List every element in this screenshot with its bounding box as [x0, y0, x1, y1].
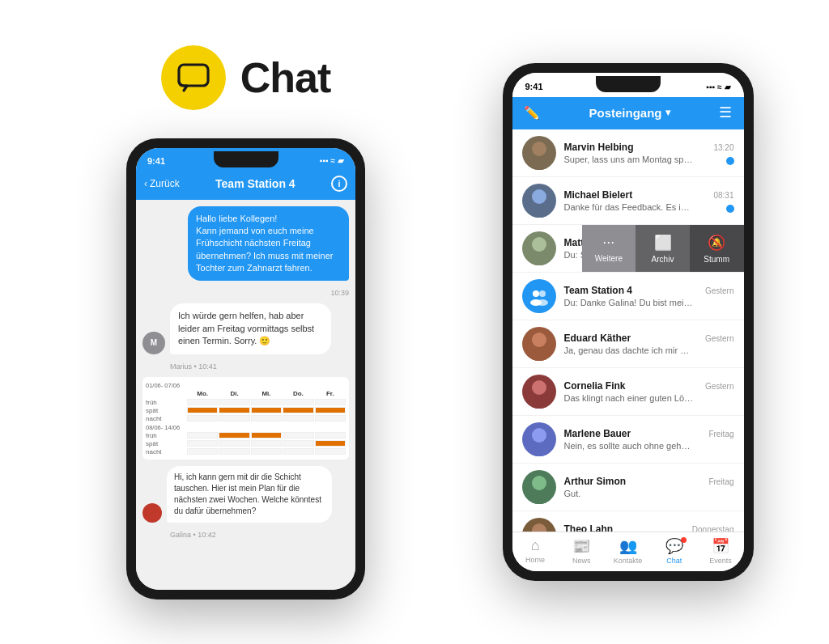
- phone-notch-right: [596, 76, 661, 92]
- week-1-label: 01/06- 07/06: [146, 382, 346, 389]
- contact-info-eduard: Eduard Käther Gestern Ja, genau das dach…: [564, 333, 734, 355]
- avatar-marvin: [522, 136, 556, 170]
- chevron-down-icon: ▾: [665, 107, 670, 118]
- signal-icon-right: ▪▪▪: [706, 83, 715, 91]
- nav-chat[interactable]: 💬 Chat: [651, 537, 697, 565]
- contact-item-eduard[interactable]: Eduard Käther Gestern Ja, genau das dach…: [512, 320, 744, 368]
- header-do: Do.: [283, 390, 313, 397]
- status-icons-left: ▪▪▪ ≈ ▰: [320, 156, 344, 165]
- contact-info-marlene: Marlene Bauer Freitag Nein, es sollte au…: [564, 428, 734, 451]
- avatar-matthias: [522, 231, 556, 265]
- contact-info-cornelia: Cornelia Fink Gestern Das klingt nach ei…: [564, 380, 734, 403]
- cell-nacht-mi-2: [251, 448, 282, 455]
- contact-preview-teamstation: Du: Danke Galina! Du bist mein Heldin! I…: [564, 298, 694, 307]
- contact-top-arthur: Arthur Simon Freitag: [564, 476, 734, 487]
- unread-dot-marvin: [726, 157, 734, 165]
- menu-icon[interactable]: ☰: [719, 104, 732, 121]
- cell-fruh-mo-1: [187, 399, 218, 405]
- contact-item-michael[interactable]: Michael Bielert 08:31 Danke für das Feed…: [512, 177, 744, 225]
- chat-badge-dot: [681, 537, 687, 543]
- cell-nacht-fr-1: [315, 415, 346, 422]
- avatar-cornelia: [522, 375, 556, 409]
- contact-top-marvin: Marvin Helbing 13:20: [564, 142, 734, 153]
- cell-spat-mo-1: [187, 407, 218, 413]
- cell-spat-mo-2: [187, 440, 218, 447]
- contact-top-cornelia: Cornelia Fink Gestern: [564, 380, 734, 392]
- wifi-icon: ≈: [331, 156, 336, 165]
- header-icons-right: ☰: [719, 104, 732, 121]
- unread-dot-michael: [726, 205, 734, 213]
- contact-info-michael: Michael Bielert 08:31 Danke für das Feed…: [564, 189, 734, 212]
- contact-name-michael: Michael Bielert: [564, 189, 633, 201]
- archive-label: Archiv: [652, 255, 674, 264]
- phone-notch-left: [214, 151, 278, 167]
- cell-spat-do-1: [283, 407, 313, 413]
- swipe-more-button[interactable]: ··· Weitere: [582, 225, 636, 272]
- archive-icon: ⬜: [654, 234, 672, 252]
- row-spat-1: spät: [146, 407, 346, 414]
- back-button[interactable]: ‹ Zurück: [144, 178, 180, 189]
- sender-time-galina: Galina • 10:42: [170, 531, 349, 539]
- chevron-left-icon: ‹: [144, 178, 147, 189]
- chat-messages: Hallo liebe Kollegen!Kann jemand von euc…: [136, 200, 355, 590]
- nav-home[interactable]: ⌂ Home: [512, 537, 559, 565]
- cell-fruh-fr-1: [315, 399, 346, 405]
- label-nacht-1: nacht: [146, 415, 186, 422]
- nav-kontakte-label: Kontakte: [614, 557, 643, 565]
- cell-spat-do-2: [283, 440, 313, 447]
- svg-point-10: [537, 299, 548, 306]
- more-label: Weitere: [595, 254, 623, 263]
- schedule-header: Mo. Di. Mi. Do. Fr.: [146, 390, 346, 397]
- wifi-icon-right: ≈: [717, 83, 722, 91]
- swipe-actions: ··· Weitere ⬜ Archiv 🔕 Stumm: [582, 225, 744, 272]
- contact-item-cornelia[interactable]: Cornelia Fink Gestern Das klingt nach ei…: [512, 368, 744, 416]
- news-icon: 📰: [572, 537, 590, 555]
- swipe-mute-button[interactable]: 🔕 Stumm: [690, 225, 744, 272]
- nav-kontakte[interactable]: 👥 Kontakte: [605, 537, 651, 565]
- contact-name-theo: Theo Lahn: [564, 523, 614, 532]
- nav-events[interactable]: 📅 Events: [697, 537, 743, 565]
- contact-time-eduard: Gestern: [705, 334, 734, 343]
- svg-point-4: [528, 205, 551, 218]
- header-fr: Fr.: [315, 390, 346, 397]
- svg-point-6: [528, 253, 551, 265]
- chat-bubble-icon: [176, 60, 211, 95]
- cell-fruh-mi-2: [251, 432, 282, 439]
- cell-spat-di-1: [219, 407, 249, 413]
- nav-news[interactable]: 📰 News: [559, 537, 605, 565]
- contact-preview-michael: Danke für das Feedback. Es ist gut, zu h…: [564, 202, 694, 212]
- message-text-1: Hallo liebe Kollegen!Kann jemand von euc…: [196, 214, 333, 273]
- info-button[interactable]: i: [331, 176, 347, 192]
- cell-fruh-di-1: [219, 399, 249, 405]
- contact-top-michael: Michael Bielert 08:31: [564, 189, 734, 201]
- events-icon: 📅: [712, 537, 729, 555]
- cell-nacht-mo-2: [187, 448, 218, 455]
- contact-item-arthur[interactable]: Arthur Simon Freitag Gut.: [512, 464, 744, 511]
- avatar-galina: [142, 503, 162, 523]
- contact-time-marvin: 13:20: [713, 143, 733, 152]
- contact-item-marlene[interactable]: Marlene Bauer Freitag Nein, es sollte au…: [512, 416, 744, 464]
- cell-nacht-do-2: [283, 448, 313, 455]
- message-text-marius: Ich würde gern helfen, hab aber leider a…: [178, 311, 314, 345]
- contact-item-marvin[interactable]: Marvin Helbing 13:20 Super, lass uns am …: [512, 129, 744, 177]
- message-time-1: 10:39: [142, 289, 349, 297]
- contact-item-teamstation[interactable]: Team Station 4 Gestern Du: Danke Galina!…: [512, 273, 744, 320]
- contact-item-matthias[interactable]: Matthias Helmu... 01:00 Du: Schön! ··· W…: [512, 225, 744, 273]
- page-container: Chat 9:41 ▪▪▪ ≈ ▰ ‹: [0, 0, 829, 644]
- phone-screen-right: 9:41 ▪▪▪ ≈ ▰ ✏️ Posteingang ▾ ☰: [512, 73, 744, 571]
- compose-icon[interactable]: ✏️: [524, 105, 540, 121]
- contact-name-eduard: Eduard Käther: [564, 333, 631, 344]
- contact-name-teamstation: Team Station 4: [564, 285, 632, 296]
- contact-preview-marlene: Nein, es sollte auch ohne gehen.: [564, 441, 694, 451]
- cell-spat-fr-1: [315, 407, 346, 413]
- contact-time-marlene: Freitag: [708, 430, 733, 439]
- chat-title: Team Station 4: [215, 177, 295, 190]
- swipe-archive-button[interactable]: ⬜ Archiv: [636, 225, 690, 272]
- header-mo: Mo.: [187, 390, 218, 397]
- contact-time-arthur: Freitag: [708, 477, 733, 486]
- cell-spat-mi-1: [251, 407, 282, 413]
- contact-item-theo[interactable]: Theo Lahn Donnerstag Ich gehe davon aus,…: [512, 511, 744, 532]
- contact-preview-cornelia: Das klingt nach einer guten Lösung. Was …: [564, 393, 694, 403]
- chat-badge-wrapper: 💬: [665, 537, 683, 555]
- avatar-theo: [522, 518, 556, 532]
